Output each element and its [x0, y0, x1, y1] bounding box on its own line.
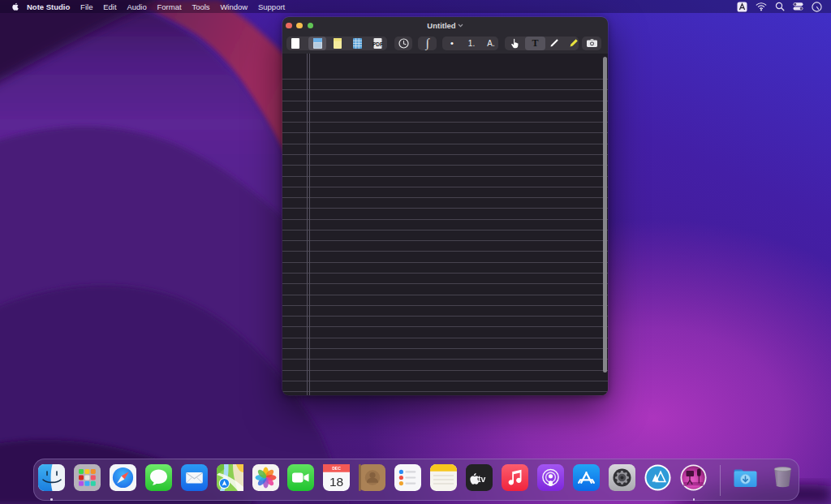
svg-text:PDF: PDF	[372, 41, 383, 46]
svg-text:18: 18	[329, 475, 343, 489]
svg-text:tv: tv	[478, 474, 485, 484]
svg-text:DEC: DEC	[333, 466, 342, 471]
